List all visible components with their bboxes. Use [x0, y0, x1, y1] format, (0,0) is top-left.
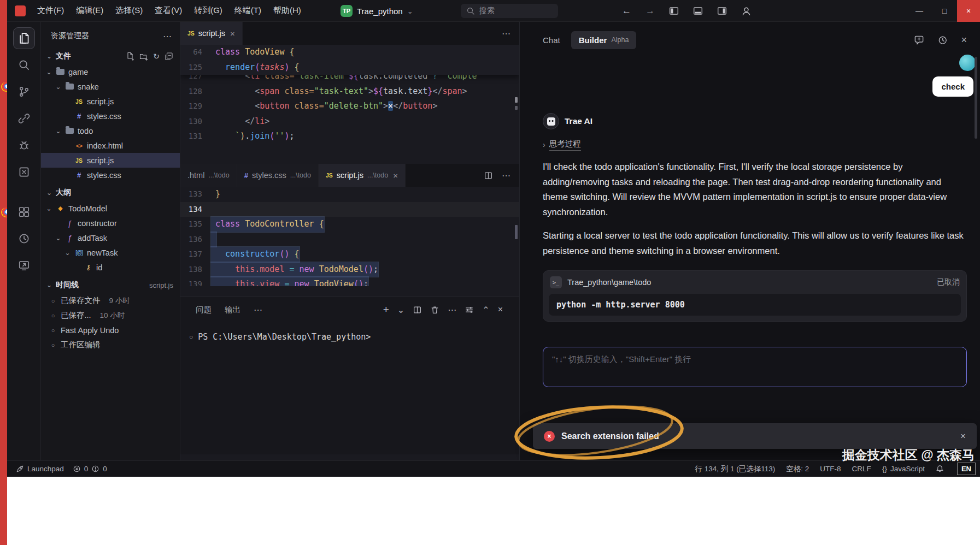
code-line-130[interactable]: 130 </li>	[180, 114, 519, 129]
tab-builder[interactable]: Builder Alpha	[571, 31, 637, 49]
activitybar-debug[interactable]	[13, 134, 35, 156]
tab-index-html[interactable]: .html ...\todo	[180, 164, 237, 187]
code-line-136[interactable]: 136	[180, 232, 519, 247]
account-icon[interactable]	[741, 6, 752, 16]
tree-item-script.js[interactable]: JSscript.js	[41, 94, 180, 109]
chat-scrollbar[interactable]	[975, 57, 977, 139]
more-icon[interactable]: ⋯	[502, 28, 510, 39]
tree-item-styles.css[interactable]: #styles.css	[41, 109, 180, 123]
chevron-up-icon[interactable]: ⌃	[482, 305, 489, 315]
layout-sidebar-left-icon[interactable]	[669, 6, 679, 16]
tree-item-styles.css[interactable]: #styles.css	[41, 168, 180, 182]
code-line-129[interactable]: 129 <button class="delete-btn">×</button…	[180, 99, 519, 114]
tab-styles-css[interactable]: # styles.css ...\todo	[237, 164, 319, 187]
close-icon[interactable]: ×	[498, 305, 503, 315]
language-mode[interactable]: {} JavaScript	[882, 465, 925, 473]
close-button[interactable]: ×	[957, 0, 980, 22]
activitybar-explorer[interactable]	[13, 27, 35, 49]
project-selector[interactable]: TP Trae_python ⌄	[335, 3, 419, 19]
back-icon[interactable]: ←	[622, 5, 631, 16]
outline-item-constructor[interactable]: ƒconstructor	[41, 216, 180, 230]
new-file-icon[interactable]	[126, 52, 134, 61]
timeline-section-header[interactable]: ⌄ 时间线 script.js	[41, 277, 180, 293]
trash-icon[interactable]	[430, 305, 439, 315]
app-logo[interactable]	[15, 5, 26, 16]
menu-terminal[interactable]: 终端(T)	[228, 0, 267, 21]
menu-selection[interactable]: 选择(S)	[109, 0, 149, 21]
code-line-138[interactable]: 138 this.model = new TodoModel();	[180, 262, 519, 277]
activitybar-history[interactable]	[13, 228, 35, 250]
history-icon[interactable]	[937, 35, 948, 45]
chevron-down-icon[interactable]: ⌄	[397, 305, 404, 315]
launchpad-button[interactable]: Launchpad	[16, 465, 64, 473]
timeline-item[interactable]: ○Fast Apply Undo	[41, 323, 180, 337]
code-line-131[interactable]: 131 `).join('');	[180, 129, 519, 144]
thinking-toggle[interactable]: › 思考过程	[543, 139, 581, 151]
code-editor-top[interactable]: 64class TodoView {125 render(tasks) { 12…	[180, 45, 519, 164]
code-line-135[interactable]: 135class TodoController {	[180, 217, 519, 232]
more-icon[interactable]: ⋯	[502, 170, 510, 181]
activitybar-remote-explorer[interactable]	[13, 254, 35, 276]
new-terminal-icon[interactable]: +	[383, 304, 389, 316]
close-icon[interactable]: ×	[961, 34, 967, 46]
forward-icon[interactable]: →	[645, 5, 655, 16]
timeline-item[interactable]: ○已保存...10 小时	[41, 308, 180, 323]
outline-item-newTask[interactable]: ⌄[@]newTask	[41, 245, 180, 260]
terminal[interactable]: ○ PS C:\Users\Ma\Desktop\Trae_python>	[180, 322, 519, 342]
outline-item-id[interactable]: ⚷id	[41, 260, 180, 275]
tab-output[interactable]: 输出	[218, 305, 247, 315]
close-icon[interactable]: ×	[393, 171, 398, 180]
encoding-setting[interactable]: UTF-8	[820, 465, 841, 473]
activitybar-remote[interactable]	[13, 108, 35, 129]
menu-edit[interactable]: 编辑(E)	[70, 0, 109, 21]
menu-goto[interactable]: 转到(G)	[188, 0, 228, 21]
outline-item-addTask[interactable]: ⌄ƒaddTask	[41, 230, 180, 245]
outline-item-TodoModel[interactable]: ⌄◆TodoModel	[41, 201, 180, 216]
timeline-item[interactable]: ○工作区编辑	[41, 337, 180, 352]
menu-help[interactable]: 帮助(H)	[267, 0, 307, 21]
more-icon[interactable]: ⋯	[448, 305, 456, 315]
bell-icon[interactable]	[936, 465, 944, 473]
filter-icon[interactable]	[465, 305, 474, 315]
split-editor-icon[interactable]	[484, 171, 493, 180]
layout-panel-icon[interactable]	[693, 6, 703, 16]
eol-setting[interactable]: CRLF	[852, 465, 871, 473]
layout-sidebar-right-icon[interactable]	[717, 6, 727, 16]
split-terminal-icon[interactable]	[413, 305, 422, 315]
minimize-button[interactable]: —	[907, 0, 932, 22]
problems-indicator[interactable]: 0 0	[73, 465, 107, 473]
code-line-137[interactable]: 137 constructor() {	[180, 247, 519, 262]
global-search[interactable]: 搜索	[461, 4, 558, 18]
tab-script-js[interactable]: JS script.js ×	[180, 22, 243, 45]
tree-item-todo[interactable]: ⌄todo	[41, 123, 180, 138]
new-chat-icon[interactable]	[914, 35, 924, 45]
code-line-125[interactable]: 125 render(tasks) {	[180, 60, 519, 75]
outline-section-header[interactable]: ⌄ 大纲	[41, 185, 180, 201]
files-section-header[interactable]: ⌄ 文件 ↻	[41, 48, 180, 64]
code-line-64[interactable]: 64class TodoView {	[180, 45, 519, 60]
tab-chat[interactable]: Chat	[543, 35, 560, 45]
cursor-position[interactable]: 行 134, 列 1 (已选择113)	[695, 464, 776, 474]
tree-item-snake[interactable]: ⌄snake	[41, 79, 180, 94]
more-icon[interactable]: ⋯	[247, 305, 269, 315]
close-icon[interactable]: ×	[960, 431, 966, 442]
code-line-134[interactable]: 134	[180, 202, 519, 217]
code-line-139[interactable]: 139 this.view = new TodoView();	[180, 277, 519, 286]
code-editor-bottom[interactable]: 133}134135class TodoController {136137 c…	[180, 187, 519, 286]
collapse-all-icon[interactable]	[165, 52, 173, 61]
code-line-128[interactable]: 128 <span class="task-text">${task.text}…	[180, 84, 519, 99]
tab-script-js-todo[interactable]: JS script.js ...\todo ×	[319, 164, 406, 187]
timeline-item[interactable]: ○已保存文件9 小时	[41, 293, 180, 308]
menu-file[interactable]: 文件(F)	[31, 0, 70, 21]
indentation-setting[interactable]: 空格: 2	[786, 464, 809, 474]
close-icon[interactable]: ×	[230, 29, 235, 38]
maximize-button[interactable]: □	[932, 0, 957, 22]
chat-input[interactable]: "↑↓" 切换历史输入，"Shift+Enter" 换行	[543, 347, 967, 387]
refresh-icon[interactable]: ↻	[153, 52, 160, 61]
tree-item-script.js[interactable]: JSscript.js	[41, 153, 180, 168]
new-folder-icon[interactable]	[139, 52, 148, 61]
tree-item-game[interactable]: ⌄game	[41, 64, 180, 79]
code-line-133[interactable]: 133}	[180, 187, 519, 202]
activitybar-extensions[interactable]	[13, 201, 35, 223]
tab-problems[interactable]: 问题	[189, 305, 218, 315]
